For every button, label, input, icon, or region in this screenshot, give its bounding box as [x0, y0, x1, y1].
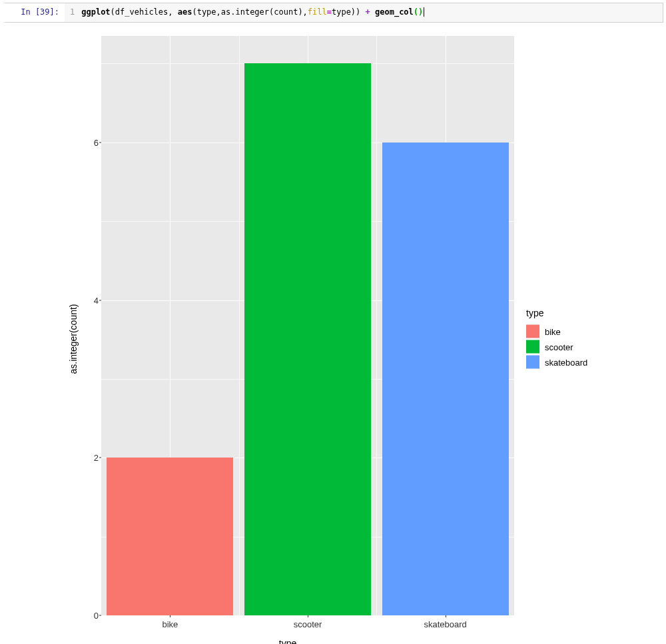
y-tick: 6 [94, 137, 99, 147]
legend: type bikescooterskateboard [521, 308, 634, 371]
legend-item: scooter [526, 340, 634, 354]
y-tick: 2 [94, 453, 99, 463]
legend-label: bike [545, 326, 561, 336]
legend-item: skateboard [526, 356, 634, 369]
code-text[interactable]: ggplot(df_vehicles, aes(type,as.integer(… [81, 3, 428, 22]
x-tick: scooter [294, 619, 322, 629]
bar-skateboard [382, 143, 509, 615]
x-axis-label: type [61, 638, 514, 644]
legend-label: scooter [545, 342, 573, 352]
ggplot-chart: as.integer(count) type bikescooterskateb… [61, 29, 634, 644]
code-input[interactable]: 1 ggplot(df_vehicles, aes(type,as.intege… [65, 3, 663, 22]
bar-bike [107, 458, 233, 615]
legend-item: bike [526, 325, 634, 338]
x-tick: bike [162, 619, 178, 629]
cell-prompt: In [39]: [6, 3, 65, 22]
line-number: 1 [65, 3, 81, 22]
x-tick: skateboard [424, 619, 466, 629]
code-cell[interactable]: In [39]: 1 ggplot(df_vehicles, aes(type,… [3, 3, 663, 23]
y-tick: 0 [94, 611, 99, 621]
y-tick: 4 [94, 295, 99, 305]
cell-output: as.integer(count) type bikescooterskateb… [3, 29, 663, 644]
notebook: In [39]: 1 ggplot(df_vehicles, aes(type,… [0, 0, 666, 644]
plot-panel [101, 36, 514, 615]
legend-swatch [526, 325, 539, 338]
y-axis-label: as.integer(count) [68, 304, 79, 374]
legend-swatch [526, 356, 539, 369]
bar-scooter [244, 63, 371, 615]
legend-title: type [526, 308, 634, 318]
legend-swatch [526, 340, 539, 354]
legend-label: skateboard [545, 357, 587, 367]
